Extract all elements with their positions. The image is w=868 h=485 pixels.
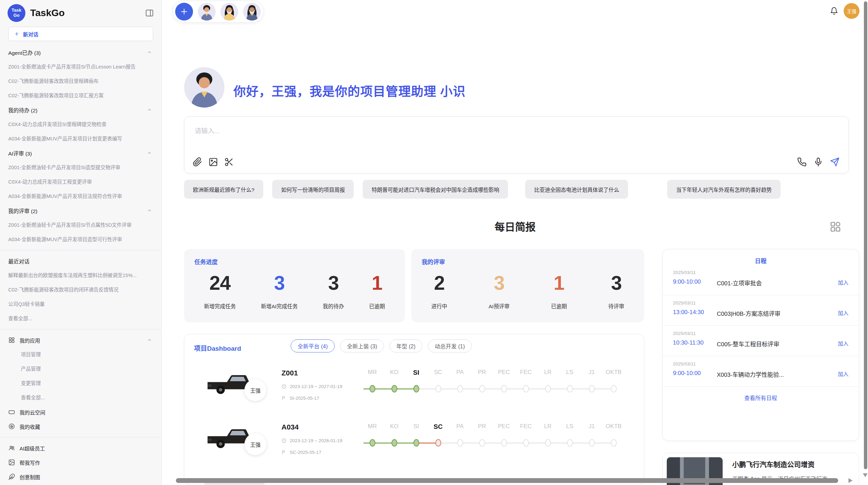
- suggestion-chip[interactable]: 如何写一份清晰的项目周报: [272, 180, 354, 199]
- join-link[interactable]: 加入: [838, 339, 848, 347]
- member-avatar[interactable]: [243, 3, 261, 21]
- phone-call-icon[interactable]: [797, 157, 807, 167]
- sidebar-item[interactable]: Z001-全新燃油轻卡产品开发项目SI节点属性5D文件评审: [0, 218, 161, 232]
- join-link[interactable]: 加入: [838, 278, 848, 286]
- sidebar-item[interactable]: A034-全新新能源MUV产品开发项目计划变更表编写: [0, 132, 161, 146]
- user-avatar[interactable]: 王强: [844, 3, 859, 19]
- milestone-dot-oktb: [611, 385, 617, 393]
- sidebar-item[interactable]: A034-全新新能源MUV产品开发项目法规符合性评审: [0, 189, 161, 203]
- member-avatar[interactable]: [220, 3, 238, 21]
- stat-label: 待评审: [608, 302, 624, 310]
- project-name: Z001: [281, 369, 298, 377]
- new-chat-button[interactable]: 新对话: [8, 27, 153, 41]
- sidebar-item-creative-drawing[interactable]: 创意制图: [0, 470, 161, 484]
- recent-chat-item[interactable]: 查看全部...: [0, 311, 161, 326]
- milestone-label: SC: [427, 369, 449, 376]
- sidebar-item-label: 我的云空间: [20, 409, 45, 416]
- my-app-item[interactable]: 项目管理: [0, 347, 161, 362]
- sidebar-item-label: AI超级员工: [20, 445, 45, 452]
- schedule-event-title: C005-整车工程目标评审: [717, 339, 779, 348]
- sidebar-section-header[interactable]: AI评审 (3): [0, 146, 161, 160]
- sidebar-item-label: 帮我写作: [20, 459, 40, 466]
- notifications-bell-icon[interactable]: [830, 7, 838, 15]
- vertical-scrollbar[interactable]: [864, 1, 867, 469]
- sidebar-section-header[interactable]: 我的评审 (2): [0, 203, 161, 218]
- suggestion-chip[interactable]: 欧洲新规最近颁布了什么?: [184, 180, 263, 199]
- recent-chat-item[interactable]: 解释最新出台的欧盟报废车法规再生塑料比例被调至15%...: [0, 268, 161, 283]
- stat-card-title: 我的评审: [422, 257, 634, 266]
- milestone-dot-ko: [391, 385, 397, 393]
- join-link[interactable]: 加入: [838, 370, 848, 377]
- chat-input[interactable]: [184, 117, 848, 148]
- send-icon[interactable]: [830, 157, 840, 167]
- chevron-up-icon: [147, 108, 152, 112]
- sidebar-item-my-cloud-space[interactable]: 我的云空间: [0, 405, 161, 419]
- stat-value: 3: [494, 272, 505, 295]
- scroll-down-arrow-icon[interactable]: [863, 473, 868, 477]
- milestone-label: PEC: [493, 369, 515, 376]
- sidebar-item-ai-super-staff[interactable]: AI超级员工: [0, 441, 161, 455]
- join-link[interactable]: 加入: [838, 309, 848, 316]
- divider: [0, 437, 161, 437]
- milestone-dot-cell: [493, 439, 515, 447]
- sidebar-item[interactable]: C0X4-动力总成开发项目工程变更评审: [0, 175, 161, 189]
- view-all-schedule-link[interactable]: 查看所有日程: [663, 394, 859, 402]
- brief-layout-grid-icon[interactable]: [829, 221, 842, 233]
- dashboard-tab[interactable]: 全新平台 (4): [291, 339, 335, 352]
- milestone-dot-cell: [383, 439, 405, 447]
- recent-chat-item[interactable]: C02-飞腾新能源轻客改款项目的闭环通告反馈情况: [0, 283, 161, 297]
- sidebar: Task Go TaskGo 新对话 Agent已办 (3)Z001-全新燃油皮…: [0, 0, 162, 485]
- plus-icon: [180, 7, 189, 16]
- milestone-label: FEC: [515, 369, 537, 376]
- stat-label: 我的待办: [323, 302, 344, 310]
- sidebar-item[interactable]: Z001-全新燃油皮卡产品开发项目SI节点Lesson Learn报告: [0, 60, 161, 74]
- sidebar-item[interactable]: C02-飞腾新能源轻客改款项目里程碑画布: [0, 74, 161, 88]
- sidebar-collapse-icon[interactable]: [145, 9, 154, 17]
- stat-label: 已逾期: [369, 302, 385, 310]
- schedule-time: 9:00-10:00: [673, 278, 701, 285]
- sidebar-item[interactable]: A034-全新新能源MUV产品开发项目造型可行性评审: [0, 232, 161, 247]
- my-app-item[interactable]: 变更管理: [0, 376, 161, 390]
- my-app-item[interactable]: 产品管理: [0, 362, 161, 376]
- sidebar-item-help-me-write[interactable]: 帮我写作: [0, 455, 161, 470]
- scroll-right-arrow-icon[interactable]: [848, 478, 853, 483]
- logo-line-2: Go: [13, 13, 20, 18]
- attachment-icon[interactable]: [193, 157, 202, 167]
- milestone-dot-cell: [581, 439, 603, 447]
- screenshot-scissors-icon[interactable]: [224, 157, 234, 167]
- sidebar-item[interactable]: Z001-全新燃油轻卡产品开发项目SI造型提交物评审: [0, 160, 161, 175]
- milestone-dot-cell: [603, 385, 625, 393]
- sidebar-section-header[interactable]: Agent已办 (3): [0, 45, 161, 60]
- milestone-label: J1: [581, 423, 603, 431]
- dashboard-tab[interactable]: 动总开发 (1): [428, 339, 472, 352]
- date-range: 2023-12-19 ~ 2027-01-19: [290, 384, 342, 389]
- horizontal-scrollbar[interactable]: [176, 478, 838, 483]
- dashboard-tab[interactable]: 全新上装 (3): [340, 339, 384, 352]
- schedule-list: 2025/03/119:00-10:00C001-立项审批会加入2025/03/…: [663, 265, 859, 387]
- sidebar-item-my-apps[interactable]: 我的应用: [0, 333, 161, 347]
- dashboard-tab[interactable]: 年型 (2): [389, 339, 422, 352]
- schedule-time: 10:30-11:30: [673, 339, 703, 346]
- sidebar-item[interactable]: C0X4-动力总成开发项目SI里程碑提交物检查: [0, 117, 161, 132]
- schedule-event-title: X003-车辆动力学性能验...: [717, 370, 784, 378]
- image-upload-icon[interactable]: [208, 157, 218, 167]
- stat-label: 新增完成任务: [204, 302, 236, 310]
- stat-item: 3我的待办: [323, 272, 344, 310]
- milestone-dot-si: [413, 385, 419, 393]
- dashboard-tabs: 全新平台 (4)全新上装 (3)年型 (2)动总开发 (1): [291, 339, 472, 352]
- member-avatar[interactable]: [198, 3, 216, 21]
- suggestion-chip[interactable]: 特朗普可能对进口汽车增税会对中国车企造成哪些影响: [363, 180, 508, 199]
- stat-label: 进行中: [431, 302, 447, 310]
- milestone-dot-pa: [457, 439, 463, 447]
- milestone-dot-cell: [449, 439, 471, 447]
- suggestion-chip[interactable]: 当下年轻人对汽车外观有怎样的喜好趋势: [667, 180, 781, 199]
- suggestion-chip[interactable]: 比亚迪全固态电池计划具体说了什么: [525, 180, 628, 199]
- microphone-icon[interactable]: [813, 157, 823, 167]
- recent-chat-item[interactable]: 公司Q3轻卡销量: [0, 297, 161, 311]
- sidebar-section-header[interactable]: 我的待办 (2): [0, 103, 161, 117]
- sidebar-item[interactable]: C02-飞腾新能源轻客改款项目立项汇报方案: [0, 88, 161, 103]
- my-app-item[interactable]: 查看全部...: [0, 390, 161, 405]
- stat-value: 3: [611, 272, 622, 295]
- add-agent-button[interactable]: [175, 3, 193, 21]
- sidebar-item-my-favorites[interactable]: 我的收藏: [0, 419, 161, 434]
